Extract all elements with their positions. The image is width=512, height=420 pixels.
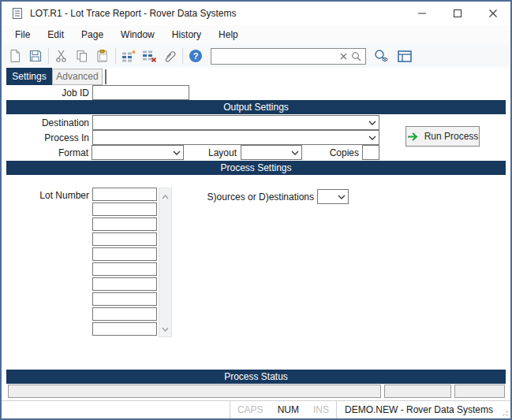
lot-number-input-9[interactable] [92, 307, 157, 321]
maximize-button[interactable] [439, 2, 475, 25]
lot-list-scrollbar[interactable] [159, 188, 172, 337]
layout-select[interactable] [241, 145, 302, 160]
lot-number-input-4[interactable] [92, 232, 157, 246]
attach-file-button[interactable] [159, 46, 180, 66]
process-status-header: Process Status [6, 370, 506, 384]
menu-history[interactable]: History [163, 25, 210, 44]
menu-window[interactable]: Window [112, 25, 163, 44]
run-process-button[interactable]: Run Process [405, 126, 480, 147]
window-title: LOT.R1 - Lot Trace Report - Rover Data S… [30, 8, 236, 19]
lot-number-input-10[interactable] [92, 322, 157, 336]
minimize-button[interactable] [404, 2, 439, 25]
connection-label: DEMO.NEW - Rover Data Systems [337, 404, 499, 415]
window-controls [404, 2, 510, 25]
caps-lock-indicator: CAPS [230, 404, 271, 415]
menu-help[interactable]: Help [210, 25, 247, 44]
scroll-up-icon[interactable] [162, 191, 169, 202]
search-input[interactable] [215, 50, 337, 63]
destination-select[interactable] [92, 115, 379, 130]
copies-input[interactable] [362, 145, 379, 160]
menu-page[interactable]: Page [73, 25, 112, 44]
lot-number-input-2[interactable] [92, 203, 157, 216]
process-in-label: Process In [0, 131, 89, 145]
format-select[interactable] [92, 145, 184, 160]
tab-advanced[interactable]: Advanced [52, 69, 103, 85]
copies-label: Copies [312, 146, 359, 160]
tab-divider [105, 69, 107, 84]
lot-number-list [92, 188, 159, 337]
chevron-down-icon [335, 195, 348, 199]
status-bar: CAPS NUM INS DEMO.NEW - Rover Data Syste… [2, 400, 510, 418]
chevron-down-icon [170, 151, 183, 155]
toolbar-separator [48, 48, 49, 64]
layout-view-button[interactable] [394, 46, 415, 66]
lot-number-label: Lot Number [0, 188, 89, 203]
clear-search-icon[interactable] [337, 50, 349, 62]
chevron-down-icon [366, 136, 379, 140]
chevron-down-icon [366, 121, 379, 125]
toolbar: ? [2, 44, 510, 68]
toolbar-separator [182, 48, 183, 64]
resize-grip[interactable] [499, 401, 510, 418]
help-button[interactable]: ? [185, 46, 206, 66]
lot-number-input-5[interactable] [92, 247, 157, 261]
job-id-label: Job ID [0, 86, 89, 100]
paste-button[interactable] [92, 46, 113, 66]
process-status-field-2 [384, 385, 451, 398]
process-in-select[interactable] [92, 130, 379, 145]
sources-destinations-select[interactable] [317, 189, 349, 204]
svg-text:?: ? [193, 51, 199, 61]
lot-number-input-3[interactable] [92, 217, 157, 231]
scroll-down-icon[interactable] [162, 323, 169, 334]
menu-bar: File Edit Page Window History Help [2, 25, 510, 44]
chevron-down-icon [289, 151, 301, 155]
num-lock-indicator: NUM [271, 404, 306, 415]
title-bar[interactable]: LOT.R1 - Lot Trace Report - Rover Data S… [2, 2, 510, 25]
lookup-view-button[interactable] [371, 46, 391, 66]
destination-label: Destination [0, 116, 89, 130]
search-box [211, 48, 366, 65]
new-document-button[interactable] [5, 46, 25, 66]
insert-mode-indicator: INS [306, 404, 336, 415]
run-process-label: Run Process [424, 131, 479, 142]
copy-button[interactable] [72, 46, 92, 66]
add-row-button[interactable] [118, 46, 139, 66]
search-icon[interactable] [349, 50, 362, 62]
format-label: Format [0, 146, 88, 160]
delete-row-button[interactable] [139, 46, 159, 66]
tab-settings[interactable]: Settings [6, 68, 52, 85]
lot-number-input-1[interactable] [92, 188, 157, 201]
lot-number-input-8[interactable] [92, 292, 157, 306]
sources-destinations-label: S)ources or D)estinations [193, 190, 314, 204]
output-settings-header: Output Settings [6, 100, 506, 114]
process-settings-header: Process Settings [6, 161, 506, 175]
lot-number-input-6[interactable] [92, 262, 157, 276]
save-button[interactable] [25, 46, 46, 66]
layout-label: Layout [188, 146, 237, 160]
cut-button[interactable] [51, 46, 72, 66]
process-status-field-main [8, 385, 381, 398]
document-icon [11, 7, 24, 20]
close-button[interactable] [475, 2, 510, 25]
app-window: LOT.R1 - Lot Trace Report - Rover Data S… [0, 0, 512, 420]
menu-file[interactable]: File [6, 25, 39, 44]
job-id-input[interactable] [92, 85, 189, 100]
toolbar-separator [115, 48, 116, 64]
menu-edit[interactable]: Edit [39, 25, 73, 44]
lot-number-input-7[interactable] [92, 277, 157, 291]
run-arrow-icon [407, 132, 419, 142]
process-status-field-3 [454, 385, 505, 398]
